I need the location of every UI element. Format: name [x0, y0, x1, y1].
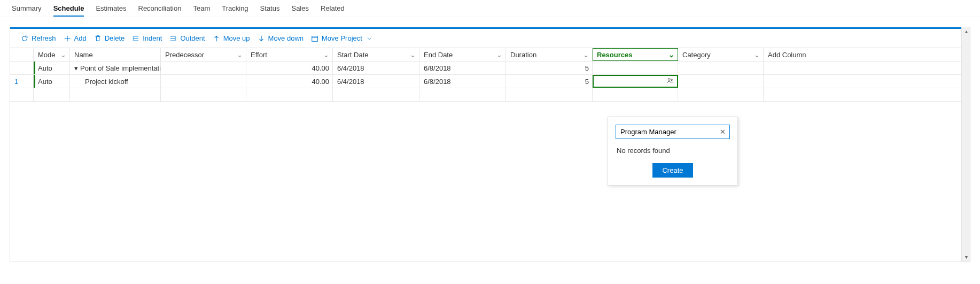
header-mode[interactable]: Mode ⌄	[34, 48, 70, 61]
trash-icon	[94, 35, 102, 42]
grid-header-row: Mode ⌄ Name Predecessor ⌄ Effort ⌄ Start…	[10, 48, 970, 62]
header-duration[interactable]: Duration ⌄	[506, 48, 593, 61]
cell-name[interactable]: ▾ Point of Sale implementati	[70, 62, 161, 74]
delete-label: Delete	[105, 34, 125, 42]
calendar-icon	[311, 35, 318, 42]
header-resources-label: Resources	[597, 51, 632, 59]
header-resources[interactable]: Resources ⌄	[593, 48, 678, 61]
refresh-button[interactable]: Refresh	[21, 34, 56, 42]
cell-effort[interactable]: 40.00	[246, 62, 333, 74]
tab-estimates[interactable]: Estimates	[96, 4, 126, 17]
collapse-icon[interactable]: ▾	[74, 64, 78, 72]
header-name[interactable]: Name	[70, 48, 161, 61]
arrow-down-icon	[258, 35, 265, 42]
header-effort[interactable]: Effort ⌄	[246, 48, 333, 61]
tab-team[interactable]: Team	[193, 4, 210, 17]
tab-sales[interactable]: Sales	[291, 4, 309, 17]
chevron-down-icon: ⌄	[237, 51, 243, 59]
header-startdate-label: Start Date	[337, 51, 369, 59]
resource-lookup-flyout: ✕ No records found Create	[608, 117, 738, 186]
tab-summary[interactable]: Summary	[12, 4, 42, 17]
header-category[interactable]: Category ⌄	[678, 48, 764, 61]
chevron-down-icon: ⌄	[496, 51, 502, 59]
indent-label: Indent	[143, 34, 162, 42]
header-predecessor-label: Predecessor	[165, 51, 204, 59]
move-project-label: Move Project	[322, 34, 362, 42]
svg-rect-0	[312, 36, 318, 41]
refresh-icon	[21, 35, 28, 42]
toolbar: Refresh Add Delete Indent Outdent	[10, 29, 970, 48]
tab-related[interactable]: Related	[321, 4, 345, 17]
header-predecessor[interactable]: Predecessor ⌄	[161, 48, 246, 61]
delete-button[interactable]: Delete	[94, 34, 125, 42]
cell-enddate[interactable]: 6/8/2018	[419, 62, 506, 74]
row-indicator	[34, 75, 35, 88]
chevron-down-icon	[365, 35, 373, 42]
tab-bar: Summary Schedule Estimates Reconciliatio…	[0, 0, 980, 17]
chevron-down-icon: ⌄	[583, 51, 589, 59]
move-down-button[interactable]: Move down	[258, 34, 304, 42]
clear-input-icon[interactable]: ✕	[720, 128, 726, 136]
outdent-icon	[169, 35, 177, 42]
tab-status[interactable]: Status	[260, 4, 280, 17]
cell-category[interactable]	[678, 75, 764, 88]
add-label: Add	[74, 34, 87, 42]
header-enddate[interactable]: End Date ⌄	[419, 48, 506, 61]
move-up-button[interactable]: Move up	[213, 34, 250, 42]
add-button[interactable]: Add	[64, 34, 87, 42]
indent-button[interactable]: Indent	[132, 34, 162, 42]
table-row[interactable]: 1 Auto Project kickoff 40.00 6/4/2018 6/…	[10, 75, 970, 88]
refresh-label: Refresh	[32, 34, 56, 42]
tab-reconciliation[interactable]: Reconciliation	[138, 4, 182, 17]
cell-name[interactable]: Project kickoff	[70, 75, 161, 88]
header-name-label: Name	[74, 51, 93, 59]
cell-rownum	[10, 62, 34, 74]
cell-mode[interactable]: Auto	[38, 78, 52, 86]
svg-point-1	[668, 78, 670, 80]
cell-add	[764, 75, 810, 88]
indent-icon	[132, 35, 139, 42]
tab-schedule[interactable]: Schedule	[53, 4, 84, 17]
arrow-up-icon	[213, 35, 220, 42]
row-indicator	[34, 62, 35, 74]
header-add-column-label: Add Column	[768, 51, 806, 59]
header-startdate[interactable]: Start Date ⌄	[333, 48, 419, 61]
cell-startdate[interactable]: 6/4/2018	[333, 62, 419, 74]
cell-effort[interactable]: 40.00	[246, 75, 333, 88]
move-project-button[interactable]: Move Project	[311, 34, 373, 42]
no-records-message: No records found	[617, 147, 730, 155]
cell-duration[interactable]: 5	[506, 75, 593, 88]
cell-duration[interactable]: 5	[506, 62, 593, 74]
schedule-grid: Mode ⌄ Name Predecessor ⌄ Effort ⌄ Start…	[10, 48, 970, 102]
header-duration-label: Duration	[510, 51, 536, 59]
scroll-down-icon[interactable]: ▾	[962, 253, 970, 262]
cell-startdate[interactable]: 6/4/2018	[333, 75, 419, 88]
cell-resources[interactable]	[593, 62, 678, 74]
header-mode-label: Mode	[38, 51, 56, 59]
cell-name-text: Point of Sale implementati	[80, 64, 161, 72]
outdent-button[interactable]: Outdent	[169, 34, 205, 42]
cell-predecessor[interactable]	[161, 62, 246, 74]
table-row-empty[interactable]	[10, 88, 970, 102]
table-row[interactable]: Auto ▾ Point of Sale implementati 40.00 …	[10, 62, 970, 75]
scroll-up-icon[interactable]: ▴	[962, 27, 970, 36]
resource-search-input[interactable]	[616, 125, 730, 139]
create-button[interactable]: Create	[652, 163, 693, 178]
header-add-column[interactable]: Add Column	[764, 48, 810, 61]
header-enddate-label: End Date	[424, 51, 453, 59]
tab-tracking[interactable]: Tracking	[222, 4, 248, 17]
cell-mode[interactable]: Auto	[38, 64, 52, 72]
chevron-down-icon: ⌄	[754, 51, 760, 59]
cell-enddate[interactable]: 6/8/2018	[419, 75, 506, 88]
vertical-scrollbar[interactable]: ▴ ▾	[961, 27, 970, 262]
cell-category[interactable]	[678, 62, 764, 74]
header-effort-label: Effort	[251, 51, 267, 59]
cell-predecessor[interactable]	[161, 75, 246, 88]
schedule-panel: Refresh Add Delete Indent Outdent	[10, 27, 970, 262]
plus-icon	[64, 35, 71, 42]
chevron-down-icon: ⌄	[60, 51, 66, 59]
cell-resources-active[interactable]	[593, 75, 678, 88]
header-rownum	[10, 48, 34, 61]
chevron-down-icon: ⌄	[410, 51, 416, 59]
cell-name-text: Project kickoff	[85, 78, 128, 86]
